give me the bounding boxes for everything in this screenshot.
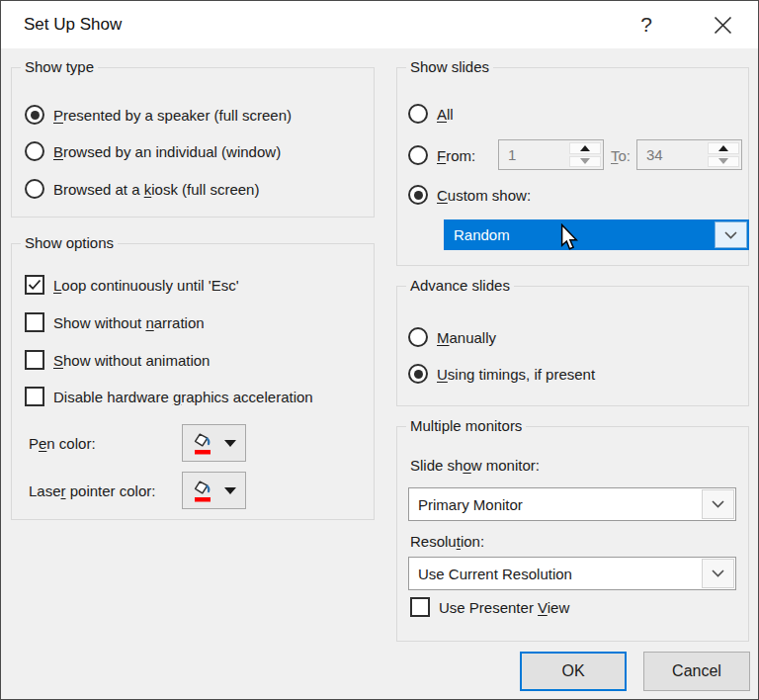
checkbox-label: Show without animation: [53, 352, 210, 369]
spin-down-button[interactable]: [569, 156, 601, 168]
group-show-slides-title: Show slides: [406, 58, 493, 75]
from-slide-spinner[interactable]: 1: [498, 139, 604, 170]
checkbox-disable-hardware-acceleration[interactable]: Disable hardware graphics acceleration: [25, 386, 313, 407]
radio-browsed-by-individual[interactable]: Browsed by an individual (window): [25, 140, 281, 162]
slide-show-monitor-label: Slide show monitor:: [410, 454, 540, 476]
combo-dropdown-button[interactable]: [715, 221, 747, 248]
checkbox-use-presenter-view[interactable]: Use Presenter View: [410, 596, 569, 618]
dropdown-arrow-icon: [224, 487, 236, 494]
group-show-options-title: Show options: [21, 234, 118, 251]
help-button[interactable]: ?: [620, 2, 673, 47]
radio-icon: [408, 327, 428, 347]
to-slide-spinner[interactable]: 34: [636, 139, 742, 170]
close-icon: [714, 16, 732, 35]
spin-down-button[interactable]: [708, 156, 739, 168]
checkbox-icon: [25, 275, 44, 295]
radio-icon: [408, 364, 428, 384]
radio-label: Manually: [437, 329, 496, 346]
radio-label: Browsed by an individual (window): [53, 143, 281, 160]
laser-pointer-color-label: Laser pointer color:: [29, 480, 155, 501]
radio-label: Presented by a speaker (full screen): [53, 107, 292, 124]
combo-dropdown-button[interactable]: [702, 559, 734, 588]
radio-icon: [408, 104, 428, 124]
chevron-down-icon: [724, 231, 737, 239]
checkbox-icon: [25, 387, 44, 406]
checkbox-label: Loop continuously until 'Esc': [53, 277, 239, 294]
checkbox-icon: [25, 312, 44, 332]
group-advance-slides-title: Advance slides: [406, 277, 514, 294]
down-arrow-icon: [580, 158, 590, 164]
laser-pointer-color-button[interactable]: [182, 472, 246, 509]
down-arrow-icon: [718, 158, 728, 164]
checkbox-loop-continuously[interactable]: Loop continuously until 'Esc': [25, 274, 239, 296]
radio-label: Using timings, if present: [437, 366, 595, 383]
chevron-down-icon: [712, 500, 724, 508]
radio-icon: [25, 179, 44, 199]
radio-icon: [25, 105, 44, 125]
custom-show-value: Random: [445, 220, 714, 249]
radio-icon: [25, 141, 44, 161]
checkbox-show-without-animation[interactable]: Show without animation: [25, 349, 210, 371]
radio-all-slides[interactable]: All: [408, 103, 454, 125]
ok-button-label: OK: [561, 662, 584, 680]
paint-bucket-icon: [192, 479, 216, 503]
radio-label: Browsed at a kiosk (full screen): [53, 181, 259, 198]
close-button[interactable]: [693, 2, 752, 47]
titlebar: Set Up Show ?: [1, 1, 758, 48]
group-multiple-monitors-title: Multiple monitors: [406, 417, 526, 434]
dialog-title: Set Up Show: [24, 1, 122, 48]
checkbox-label: Use Presenter View: [439, 599, 569, 616]
cancel-button[interactable]: Cancel: [643, 652, 750, 691]
up-arrow-icon: [718, 145, 728, 151]
spin-up-button[interactable]: [569, 142, 601, 154]
resolution-combobox[interactable]: Use Current Resolution: [408, 557, 736, 590]
radio-icon: [408, 145, 428, 165]
spin-up-button[interactable]: [708, 142, 739, 154]
ok-button[interactable]: OK: [520, 652, 627, 691]
checkmark-icon: [27, 278, 42, 292]
resolution-value: Use Current Resolution: [409, 558, 701, 589]
radio-label: All: [437, 106, 454, 123]
to-slide-value: 34: [637, 140, 706, 169]
help-icon: ?: [640, 13, 652, 37]
pen-color-label: Pen color:: [29, 432, 96, 454]
slide-show-monitor-value: Primary Monitor: [409, 488, 701, 520]
to-label: To:: [611, 144, 631, 166]
from-slide-value: 1: [499, 140, 567, 169]
cancel-button-label: Cancel: [672, 662, 721, 680]
checkbox-show-without-narration[interactable]: Show without narration: [25, 311, 205, 333]
radio-label: From:: [437, 147, 475, 164]
radio-presented-by-speaker[interactable]: Presented by a speaker (full screen): [25, 104, 292, 126]
radio-manually[interactable]: Manually: [408, 326, 496, 348]
checkbox-label: Disable hardware graphics acceleration: [53, 389, 313, 405]
dropdown-arrow-icon: [224, 440, 236, 447]
chevron-down-icon: [712, 569, 724, 577]
radio-label: Custom show:: [437, 187, 531, 204]
checkbox-label: Show without narration: [53, 314, 205, 331]
radio-from-slides[interactable]: From:: [408, 144, 475, 166]
group-show-type-title: Show type: [21, 58, 98, 75]
radio-browsed-at-kiosk[interactable]: Browsed at a kiosk (full screen): [25, 178, 259, 200]
set-up-show-dialog: Set Up Show ? Show type Presented by a s…: [0, 0, 759, 700]
checkbox-icon: [410, 597, 430, 617]
custom-show-combobox[interactable]: Random: [444, 219, 749, 250]
combo-dropdown-button[interactable]: [702, 489, 734, 519]
checkbox-icon: [25, 350, 44, 370]
resolution-label: Resolution:: [410, 530, 484, 552]
pen-color-button[interactable]: [182, 424, 246, 462]
radio-using-timings[interactable]: Using timings, if present: [408, 363, 595, 385]
paint-bucket-icon: [192, 431, 216, 456]
radio-custom-show[interactable]: Custom show:: [408, 184, 531, 206]
radio-icon: [408, 185, 428, 205]
slide-show-monitor-combobox[interactable]: Primary Monitor: [408, 487, 736, 521]
up-arrow-icon: [580, 145, 590, 151]
